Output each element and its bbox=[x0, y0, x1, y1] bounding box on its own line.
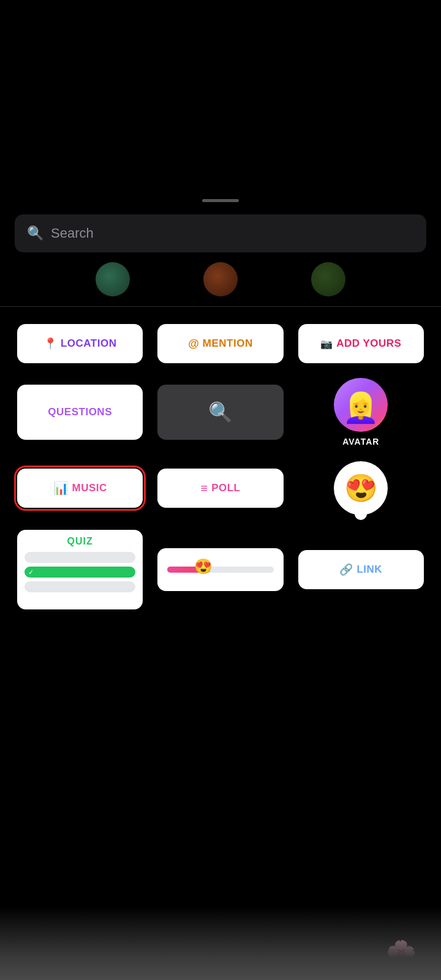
search-placeholder: Search bbox=[51, 225, 94, 241]
sticker-search[interactable]: 🔍 bbox=[157, 378, 283, 447]
questions-pill: QUESTIONS bbox=[17, 385, 143, 440]
music-label: MUSIC bbox=[72, 482, 107, 494]
search-sticker-box: 🔍 bbox=[157, 385, 283, 440]
location-pill: 📍 LOCATION bbox=[17, 324, 143, 363]
quiz-option-1 bbox=[24, 552, 135, 563]
mention-pill: @ MENTION bbox=[157, 324, 283, 363]
addyours-icon: 📷 bbox=[320, 338, 333, 350]
sticker-questions[interactable]: QUESTIONS bbox=[17, 378, 143, 447]
location-label: LOCATION bbox=[61, 337, 117, 350]
avatar-label: AVATAR bbox=[342, 437, 379, 447]
poll-label: POLL bbox=[211, 482, 240, 494]
sticker-quiz[interactable]: QUIZ ✓ bbox=[17, 530, 143, 609]
quiz-check-icon: ✓ bbox=[28, 568, 34, 576]
avatar-circle: 👱‍♀️ bbox=[334, 378, 388, 432]
top-area bbox=[0, 0, 441, 208]
search-container: 🔍 Search bbox=[0, 214, 441, 252]
separator bbox=[0, 306, 441, 307]
sticker-emoji-reaction[interactable]: 😍 bbox=[298, 461, 424, 515]
thumb-1 bbox=[96, 262, 130, 296]
quiz-option-2: ✓ bbox=[24, 567, 135, 578]
avatar-emoji: 👱‍♀️ bbox=[342, 391, 379, 425]
sticker-grid: 📍 LOCATION @ MENTION 📷 ADD YOURS QUESTIO… bbox=[15, 324, 426, 609]
thumb-3 bbox=[311, 262, 345, 296]
sticker-addyours[interactable]: 📷 ADD YOURS bbox=[298, 324, 424, 363]
addyours-label: ADD YOURS bbox=[336, 337, 401, 350]
thumbnail-row bbox=[0, 257, 441, 306]
slider-emoji-icon: 😍 bbox=[194, 558, 213, 575]
sticker-poll[interactable]: ≡ POLL bbox=[157, 461, 283, 515]
sticker-mention[interactable]: @ MENTION bbox=[157, 324, 283, 363]
drag-handle[interactable] bbox=[202, 199, 239, 202]
mention-icon: @ bbox=[188, 337, 199, 350]
sticker-slider[interactable]: 😍 bbox=[157, 530, 283, 609]
location-icon: 📍 bbox=[43, 337, 57, 350]
slider-box: 😍 bbox=[157, 548, 283, 591]
sticker-link[interactable]: 🔗 LINK bbox=[298, 530, 424, 609]
emoji-bubble: 😍 bbox=[334, 461, 388, 515]
quiz-title: QUIZ bbox=[67, 536, 93, 547]
poll-icon: ≡ bbox=[200, 481, 208, 496]
link-label: LINK bbox=[356, 564, 382, 576]
thumb-2 bbox=[203, 262, 238, 296]
questions-label: QUESTIONS bbox=[48, 406, 112, 418]
search-bar[interactable]: 🔍 Search bbox=[15, 214, 426, 252]
poll-pill: ≡ POLL bbox=[157, 469, 283, 508]
music-icon: 📊 bbox=[53, 481, 69, 496]
sticker-avatar[interactable]: 👱‍♀️ AVATAR bbox=[298, 378, 424, 447]
slider-track: 😍 bbox=[167, 567, 273, 573]
link-pill: 🔗 LINK bbox=[298, 550, 424, 589]
bottom-fade bbox=[0, 907, 441, 980]
search-sticker-icon: 🔍 bbox=[208, 401, 233, 424]
sticker-location[interactable]: 📍 LOCATION bbox=[17, 324, 143, 363]
bottom-decoration: 🌸 bbox=[386, 939, 417, 968]
reaction-emoji: 😍 bbox=[344, 472, 378, 504]
quiz-option-3 bbox=[24, 581, 135, 592]
music-pill: 📊 MUSIC bbox=[17, 469, 143, 508]
link-icon: 🔗 bbox=[339, 563, 353, 576]
quiz-box: QUIZ ✓ bbox=[17, 530, 143, 609]
search-icon: 🔍 bbox=[27, 227, 43, 240]
sticker-area: 📍 LOCATION @ MENTION 📷 ADD YOURS QUESTIO… bbox=[0, 324, 441, 609]
sticker-music[interactable]: 📊 MUSIC bbox=[17, 461, 143, 515]
addyours-pill: 📷 ADD YOURS bbox=[298, 324, 424, 363]
mention-label: MENTION bbox=[203, 337, 253, 350]
